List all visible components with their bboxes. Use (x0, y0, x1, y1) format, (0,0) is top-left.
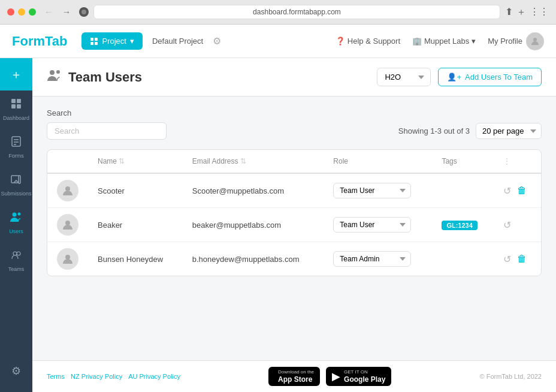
page-title-area: Team Users (47, 69, 370, 86)
dashboard-icon (10, 98, 22, 113)
muppet-labs-icon: 🏢 (412, 37, 422, 46)
add-users-button[interactable]: 👤+ Add Users To Team (438, 68, 542, 86)
forward-button[interactable]: → (59, 6, 74, 18)
settings-gear-icon[interactable]: ⚙ (213, 35, 221, 47)
svg-point-14 (13, 213, 17, 217)
submissions-icon (10, 173, 22, 188)
search-input[interactable] (47, 122, 167, 140)
help-support-link[interactable]: ❓ Help & Support (336, 37, 400, 46)
action-icons-3: ↺ 🗑 (503, 254, 531, 265)
nz-privacy-link[interactable]: NZ Privacy Policy (71, 373, 122, 380)
name-sort-icon[interactable]: ⇅ (119, 157, 125, 165)
page-header: Team Users H2O Team A Team B 👤+ Add User… (32, 58, 556, 97)
project-label: Project (102, 37, 126, 46)
browser-actions: ⬆ ＋ ⋮⋮ (505, 6, 549, 19)
muppet-labs-link[interactable]: 🏢 Muppet Labs ▾ (412, 37, 476, 46)
project-button[interactable]: Project ▾ (81, 32, 142, 50)
help-label: Help & Support (348, 37, 400, 46)
role-select-1[interactable]: Team User Team Admin Viewer (333, 183, 411, 198)
svg-rect-2 (90, 42, 93, 45)
svg-point-18 (65, 186, 70, 191)
email-cell-3: b.honeydew@muppetlabs.com (183, 242, 324, 276)
maximize-dot[interactable] (29, 8, 36, 16)
browser-traffic-lights (7, 8, 36, 16)
role-select-2[interactable]: Team User Team Admin Viewer (333, 217, 411, 233)
pagination-controls: Showing 1-3 out of 3 20 per page 10 per … (398, 123, 542, 139)
main-content: Search Showing 1-3 out of 3 20 per page … (32, 97, 556, 360)
users-table-wrap: Name ⇅ Email Address ⇅ Role Tags (47, 149, 542, 276)
sidebar-users-label: Users (9, 228, 23, 234)
avatar-cell-1 (47, 173, 88, 208)
per-page-select[interactable]: 20 per page 10 per page 50 per page (476, 123, 542, 139)
delete-icon-1[interactable]: 🗑 (517, 185, 527, 196)
email-cell-2: beaker@muppetlabs.com (183, 208, 324, 242)
role-cell-2: Team User Team Admin Viewer (324, 208, 432, 242)
refresh-icon-2[interactable]: ↺ (503, 219, 511, 231)
app-store-badge[interactable]: Download on the App Store (268, 367, 320, 386)
svg-rect-7 (11, 104, 16, 108)
sidebar-item-submissions[interactable]: Submissions (0, 166, 32, 204)
svg-rect-1 (95, 38, 98, 41)
muppet-labs-label: Muppet Labs (424, 37, 469, 46)
app-store-text: Download on the App Store (278, 369, 314, 384)
sidebar-item-teams[interactable]: Teams (0, 242, 32, 279)
svg-point-19 (65, 221, 70, 225)
sidebar-settings-button[interactable]: ⚙ (0, 357, 32, 385)
tags-cell-1 (432, 173, 493, 208)
delete-icon-3[interactable]: 🗑 (517, 254, 527, 264)
add-users-label: Add Users To Team (465, 73, 533, 82)
footer: Terms NZ Privacy Policy AU Privacy Polic… (32, 360, 556, 392)
project-icon (90, 37, 98, 46)
sidebar-item-users[interactable]: Users (0, 204, 32, 242)
top-nav: FormTab Project ▾ Default Project ⚙ ❓ He… (0, 25, 556, 58)
sidebar: ＋ Dashboard Forms Submissions (0, 58, 32, 392)
browser-nav: ← → (41, 6, 74, 18)
showing-text: Showing 1-3 out of 3 (398, 126, 470, 135)
table-row: Scooter Scooter@muppetlabs.com Team User… (47, 173, 541, 208)
back-button[interactable]: ← (41, 6, 56, 18)
col-role: Role (324, 150, 432, 173)
copyright-text: © FormTab Ltd, 2022 (480, 373, 542, 380)
sidebar-submissions-label: Submissions (1, 191, 31, 197)
settings-icon: ⚙ (11, 364, 21, 378)
role-select-3[interactable]: Team User Team Admin Viewer (333, 251, 411, 267)
avatar-2 (57, 214, 78, 236)
refresh-icon-1[interactable]: ↺ (503, 185, 511, 197)
team-select[interactable]: H2O Team A Team B (377, 68, 431, 86)
col-email: Email Address ⇅ (183, 150, 324, 173)
minimize-dot[interactable] (18, 8, 25, 16)
email-cell-1: Scooter@muppetlabs.com (183, 173, 324, 208)
extensions-icon[interactable]: ⋮⋮ (530, 6, 549, 19)
close-dot[interactable] (7, 8, 14, 16)
new-tab-icon[interactable]: ＋ (516, 6, 526, 19)
sidebar-item-dashboard[interactable]: Dashboard (0, 91, 32, 128)
refresh-icon-3[interactable]: ↺ (503, 254, 511, 265)
table-row: Bunsen Honeydew b.honeydew@muppetlabs.co… (47, 242, 541, 276)
email-sort-icon[interactable]: ⇅ (240, 157, 246, 165)
name-cell-1: Scooter (88, 173, 183, 208)
svg-point-17 (56, 70, 60, 74)
svg-point-16 (50, 70, 55, 75)
svg-point-20 (65, 255, 70, 260)
share-icon[interactable]: ⬆ (505, 6, 513, 19)
terms-link[interactable]: Terms (47, 373, 65, 380)
au-privacy-link[interactable]: AU Privacy Policy (128, 373, 180, 380)
google-play-text: GET IT ON Google Play (344, 369, 385, 384)
address-bar[interactable]: dashboard.formtabapp.com (93, 5, 500, 19)
team-users-icon (47, 69, 62, 86)
project-dropdown-icon: ▾ (130, 37, 134, 46)
col-actions: ⋮ (494, 150, 541, 173)
sidebar-add-button[interactable]: ＋ (0, 58, 32, 91)
add-icon: ＋ (10, 67, 22, 83)
sidebar-item-forms[interactable]: Forms (0, 128, 32, 166)
my-profile-link[interactable]: My Profile (488, 32, 544, 50)
role-cell-3: Team User Team Admin Viewer (324, 242, 432, 276)
add-user-icon: 👤+ (447, 73, 461, 82)
col-tags: Tags (432, 150, 493, 173)
footer-links: Terms NZ Privacy Policy AU Privacy Polic… (47, 373, 180, 380)
actions-cell-3: ↺ 🗑 (494, 242, 541, 276)
google-play-badge[interactable]: ▶ GET IT ON Google Play (326, 367, 391, 386)
avatar-3 (57, 248, 78, 270)
users-table: Name ⇅ Email Address ⇅ Role Tags (47, 150, 541, 276)
teams-icon (10, 249, 22, 264)
